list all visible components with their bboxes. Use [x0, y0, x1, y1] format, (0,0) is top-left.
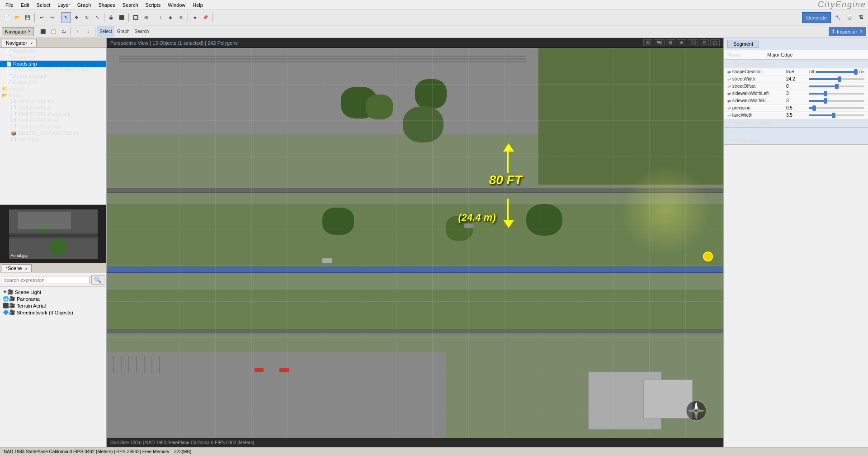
scene-tab-item[interactable]: *Scene ×	[2, 264, 32, 272]
viewport-btn3[interactable]: ⚙	[666, 39, 675, 46]
file-icon: 📄	[6, 74, 12, 79]
viewport-btn1[interactable]: ⊞	[643, 39, 652, 46]
tb2-btn2[interactable]: 📋	[48, 26, 58, 37]
menu-file[interactable]: File	[2, 1, 17, 9]
tree-item-tif[interactable]: 📄 10sfh375705.tif	[0, 104, 106, 111]
new-button[interactable]: 📄	[2, 12, 12, 23]
app: File Edit Select Layer Graph Shapes Sear…	[0, 0, 868, 456]
precision-slider[interactable]	[809, 107, 864, 109]
tree-item-roads-shp[interactable]: 📄 Roads.shp	[0, 61, 106, 67]
scene-item-streetnetwork[interactable]: 🔷🎥 Streetnetwork (3 Objects)	[2, 309, 104, 316]
draw-block-tool[interactable]: ⬛	[117, 12, 127, 23]
menu-layer[interactable]: Layer	[54, 1, 74, 9]
gen-extra3[interactable]: 🏗	[856, 12, 866, 23]
redo-button[interactable]: ↪	[47, 12, 57, 23]
viewport-btn2[interactable]: 📷	[654, 39, 665, 46]
pin-button[interactable]: 📌	[200, 12, 210, 23]
scene-search-input[interactable]	[2, 276, 90, 284]
tb2-btn5[interactable]: ↓	[83, 26, 93, 37]
viewport-btn5[interactable]: ⬛	[688, 39, 698, 46]
viewport-btn4[interactable]: ★	[677, 39, 686, 46]
tree-item-maps[interactable]: 📂 maps	[0, 92, 106, 98]
tree-item-tif-ovr[interactable]: 📄 10sfh375705.tif.ovr	[0, 117, 106, 124]
sidewalk-right-slider[interactable]	[809, 100, 864, 102]
menu-search[interactable]: Search	[119, 1, 142, 9]
scene-item-panorama[interactable]: 🌐🎥 Panorama	[2, 295, 104, 302]
menu-window[interactable]: Window	[164, 1, 189, 9]
menu-graph[interactable]: Graph	[74, 1, 95, 9]
menu-select[interactable]: Select	[33, 1, 54, 9]
move-tool[interactable]: ✥	[71, 12, 81, 23]
sidewalk-left-slider[interactable]	[809, 93, 864, 95]
scene-item-terrain[interactable]: ⬛🎥 Terrain Aerial	[2, 302, 104, 309]
param-icon-so: ⇄	[727, 84, 731, 89]
view-perspective[interactable]: ◈	[165, 12, 175, 23]
svg-text:m: m	[695, 411, 697, 413]
toolbar-row-2: Navigator × ⬛ 📋 🗂 ↑ ↓ Select Graph Searc…	[0, 25, 868, 38]
view-top[interactable]: ⊤	[155, 12, 165, 23]
star-button[interactable]: ★	[190, 12, 200, 23]
segment-button[interactable]: Segment	[727, 40, 759, 48]
tree-item-roads-shp-xml[interactable]: 📄 Roads.shp.xml	[0, 73, 106, 79]
viewport-btn6[interactable]: ⊟	[700, 39, 709, 46]
menu-shapes[interactable]: Shapes	[94, 1, 118, 9]
tree-item-tif-aux[interactable]: 📄 10sfh375705.tif.aux.xml	[0, 111, 106, 117]
street-width-slider[interactable]	[809, 78, 864, 80]
street-offset-slider[interactable]	[809, 86, 864, 87]
work-area: Navigator × 📄 Roads.sbn 📄 Roads.sbx 📄 Ro…	[0, 38, 868, 447]
navigator-tab-close[interactable]: ×	[30, 41, 33, 46]
menu-scripts[interactable]: Scripts	[142, 1, 165, 9]
tree-item-zip[interactable]: 📦 3201038_10SFH375705.zip	[0, 130, 106, 136]
tree-item-jgw[interactable]: 📄 Aerial.jgw	[0, 136, 106, 142]
tb2-btn1[interactable]: ⬛	[38, 26, 48, 37]
scene-tab-close[interactable]: ×	[25, 266, 28, 271]
tb2-btn4[interactable]: ↑	[73, 26, 83, 37]
menu-help[interactable]: Help	[189, 1, 207, 9]
tb2-btn3[interactable]: 🗂	[59, 26, 69, 37]
shape-creation-slider[interactable]	[816, 71, 858, 73]
tb2-select[interactable]: Select	[97, 26, 114, 37]
viewport[interactable]: 80 FT (24.4 m)	[107, 48, 723, 438]
tree-item-roads-shx[interactable]: 📄 Roads.shx	[0, 79, 106, 86]
street-params-label: Street Parameters	[733, 61, 775, 66]
tree-item-roads-sbx[interactable]: 📄 Roads.sbx	[0, 54, 106, 61]
inspector-tab-icon: ℹ	[832, 28, 834, 34]
gen-extra2[interactable]: 📊	[844, 12, 854, 23]
gen-extra1[interactable]: 🔧	[833, 12, 843, 23]
inspector-tab-close[interactable]: ×	[860, 29, 863, 34]
scene-item-scenelight[interactable]: ☀🎥 Scene Light	[2, 289, 104, 295]
undo-button[interactable]: ↩	[37, 12, 47, 23]
save-button[interactable]: 💾	[23, 12, 33, 23]
viewport-maximize[interactable]: ▢	[710, 39, 720, 46]
scene-search-button[interactable]: 🔍	[91, 275, 104, 285]
scale-tool[interactable]: ⤡	[92, 12, 102, 23]
vertices-header[interactable]: ▼ Vertices	[724, 128, 868, 136]
settings-button[interactable]: ⚙	[176, 12, 186, 23]
select-tool[interactable]: ↖	[61, 12, 71, 23]
lane-width-slider[interactable]	[809, 114, 864, 116]
draw-road-tool[interactable]: 🛣	[106, 12, 116, 23]
navigator-close[interactable]: ×	[28, 29, 31, 34]
file-icon: 📄	[6, 62, 12, 66]
file-icon: 📄	[11, 118, 16, 123]
inspector-content: Segment Name Major Edge ▼ Street Paramet…	[724, 38, 868, 447]
tb2-search[interactable]: Search	[132, 26, 151, 37]
tree-item-roads-shp-rs[interactable]: 📄 Roads.shp.RS-49FTDZ1.9488.14388.s	[0, 67, 106, 73]
tree-item-roads-sbn[interactable]: 📄 Roads.sbn	[0, 48, 106, 54]
name-label: Name	[727, 52, 764, 57]
grid-button[interactable]: ⊞	[141, 12, 151, 23]
object-attributes-header[interactable]: ▼ Object Attributes	[724, 119, 868, 128]
information-header[interactable]: ▼ Information	[724, 136, 868, 145]
rotate-tool[interactable]: ↻	[82, 12, 92, 23]
tb2-graph[interactable]: Graph	[115, 26, 132, 37]
street-params-header[interactable]: ▼ Street Parameters	[724, 60, 868, 68]
navigator-tab-item[interactable]: Navigator ×	[2, 39, 37, 47]
tree-item-images[interactable]: 📁 images	[0, 86, 106, 92]
menu-edit[interactable]: Edit	[17, 1, 33, 9]
tree-item-tfw[interactable]: 📄 10sfh375705.tfw	[0, 98, 106, 104]
generate-button[interactable]: Generate	[802, 12, 831, 23]
tree-item-tif-xml[interactable]: 📄 10sfh375705.tif.xml	[0, 124, 106, 130]
object-attrs-arrow: ▼	[727, 121, 731, 125]
snap-button[interactable]: 🔲	[131, 12, 141, 23]
open-button[interactable]: 📂	[12, 12, 22, 23]
